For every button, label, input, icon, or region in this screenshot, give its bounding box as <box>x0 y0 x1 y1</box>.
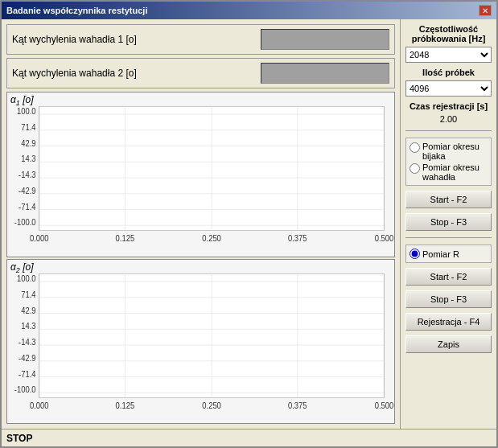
time-label: Czas rejestracji [s] <box>405 101 492 111</box>
freq-section: Częstotliwość próbkowania [Hz] 2048 4096… <box>405 24 492 63</box>
svg-text:42.9: 42.9 <box>21 305 36 314</box>
radio-bijaka[interactable]: Pomiar okresu bijaka <box>410 142 488 161</box>
svg-text:0.000: 0.000 <box>30 401 49 410</box>
svg-text:-71.4: -71.4 <box>19 368 36 378</box>
chart1-title: α1 [o] <box>10 94 34 107</box>
pomiar-r-section: Pomiar R <box>405 245 492 263</box>
divider1 <box>405 130 492 131</box>
sensor-row-1: Kąt wychylenia wahadła 1 [o] <box>6 24 395 55</box>
svg-text:0.375: 0.375 <box>288 401 307 410</box>
pomiar-r-radio[interactable] <box>410 249 420 259</box>
svg-text:71.4: 71.4 <box>21 122 36 132</box>
samples-section: Ilość próbek 2048 4096 8192 <box>405 68 492 97</box>
samples-label: Ilość próbek <box>405 68 492 77</box>
zapis-button[interactable]: Zapis <box>405 335 492 353</box>
main-window: Badanie współczynnika restytucji ✕ Kąt w… <box>0 0 498 448</box>
radio-wahadla-input[interactable] <box>410 163 420 174</box>
svg-text:-14.3: -14.3 <box>19 170 36 179</box>
svg-text:-14.3: -14.3 <box>19 337 36 347</box>
svg-text:0.500: 0.500 <box>375 401 394 410</box>
chart1-container: α1 [o] 100.0 71.4 42.9 14.3 -14.3 -42.9 … <box>6 92 395 257</box>
svg-text:0.375: 0.375 <box>288 233 307 243</box>
window-title: Badanie współczynnika restytucji <box>6 6 147 15</box>
chart2-container: α2 [o] 100.0 71.4 42.9 14.3 -14.3 -42.9 … <box>6 259 395 425</box>
svg-text:14.3: 14.3 <box>21 154 36 164</box>
close-button[interactable]: ✕ <box>479 5 492 16</box>
samples-dropdown[interactable]: 2048 4096 8192 <box>405 80 492 97</box>
svg-text:-100.0: -100.0 <box>14 384 36 394</box>
radio-wahadla-label: Pomiar okresu wahadła <box>422 162 488 182</box>
svg-text:0.250: 0.250 <box>202 233 221 243</box>
svg-text:100.0: 100.0 <box>17 273 36 283</box>
sensor1-value <box>261 29 389 50</box>
sensor1-label: Kąt wychylenia wahadła 1 [o] <box>12 34 254 45</box>
pomiar-r-label: Pomiar R <box>422 249 459 259</box>
main-content: Kąt wychylenia wahadła 1 [o] Kąt wychyle… <box>2 19 496 429</box>
svg-text:-42.9: -42.9 <box>19 353 36 363</box>
chart1-svg: 100.0 71.4 42.9 14.3 -14.3 -42.9 -71.4 -… <box>7 92 394 257</box>
radio-group1: Pomiar okresu bijaka Pomiar okresu wahad… <box>405 138 492 186</box>
sensor2-value <box>261 63 389 84</box>
svg-text:42.9: 42.9 <box>21 138 36 148</box>
svg-text:71.4: 71.4 <box>21 290 36 299</box>
freq-label: Częstotliwość próbkowania [Hz] <box>405 24 492 43</box>
title-bar: Badanie współczynnika restytucji ✕ <box>2 2 496 19</box>
svg-text:-100.0: -100.0 <box>14 218 36 228</box>
stop-f3-button-2[interactable]: Stop - F3 <box>405 290 492 308</box>
stop-f3-button-1[interactable]: Stop - F3 <box>405 213 492 231</box>
svg-text:-42.9: -42.9 <box>19 186 36 195</box>
time-section: Czas rejestracji [s] 2.00 <box>405 101 492 124</box>
svg-text:0.125: 0.125 <box>116 233 135 243</box>
start-f2-button-2[interactable]: Start - F2 <box>405 268 492 286</box>
radio-bijaka-label: Pomiar okresu bijaka <box>422 142 488 161</box>
start-f2-button-1[interactable]: Start - F2 <box>405 191 492 208</box>
chart2-title: α2 [o] <box>10 261 34 274</box>
radio-bijaka-input[interactable] <box>410 142 420 153</box>
charts-area: α1 [o] 100.0 71.4 42.9 14.3 -14.3 -42.9 … <box>6 92 395 424</box>
left-panel: Kąt wychylenia wahadła 1 [o] Kąt wychyle… <box>2 19 400 429</box>
right-panel: Częstotliwość próbkowania [Hz] 2048 4096… <box>400 19 496 429</box>
chart2-svg: 100.0 71.4 42.9 14.3 -14.3 -42.9 -71.4 -… <box>7 260 394 424</box>
svg-text:100.0: 100.0 <box>17 106 36 116</box>
svg-text:-71.4: -71.4 <box>19 202 36 212</box>
status-text: STOP <box>6 433 32 444</box>
sensor-row-2: Kąt wychylenia wahadła 2 [o] <box>6 58 395 88</box>
svg-text:14.3: 14.3 <box>21 321 36 331</box>
rejestracja-f4-button[interactable]: Rejestracja - F4 <box>405 313 492 331</box>
radio-wahadla[interactable]: Pomiar okresu wahadła <box>410 162 488 182</box>
svg-text:0.000: 0.000 <box>30 233 49 243</box>
pomiar-r-radio-label[interactable]: Pomiar R <box>410 249 488 259</box>
svg-text:0.500: 0.500 <box>375 233 394 243</box>
freq-dropdown[interactable]: 2048 4096 8192 <box>405 47 492 63</box>
sensor2-label: Kąt wychylenia wahadła 2 [o] <box>12 68 254 79</box>
svg-text:0.250: 0.250 <box>202 401 221 410</box>
svg-text:0.125: 0.125 <box>116 401 135 410</box>
divider2 <box>405 237 492 238</box>
status-bar: STOP <box>2 429 496 446</box>
time-value: 2.00 <box>405 114 492 124</box>
